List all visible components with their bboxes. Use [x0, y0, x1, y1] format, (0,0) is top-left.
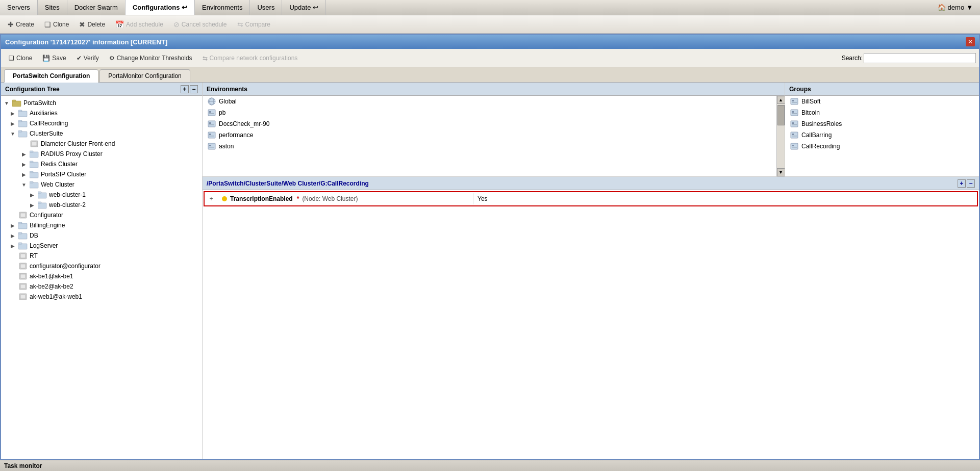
tree-node-ak-be2[interactable]: ▶ ak-be2@ak-be2 [9, 281, 202, 292]
env-item-global[interactable]: Global [203, 96, 776, 107]
group-billsoft-label: BillSoft [801, 98, 820, 105]
env-item-docscheck[interactable]: DocsCheck_mr-90 [203, 118, 776, 129]
groups-panel: Groups BillSoft Bitcoin Bu [785, 83, 979, 176]
svg-rect-60 [792, 113, 797, 114]
compare-button[interactable]: ⇆ Compare [233, 18, 275, 31]
svg-rect-29 [18, 243, 22, 244]
group-item-businessroles[interactable]: BusinessRoles [785, 118, 979, 129]
tree-node-logserver[interactable]: ▶ LogServer [9, 241, 202, 251]
env-item-pb[interactable]: pb [203, 107, 776, 118]
portaswitch-expand-icon[interactable]: ▼ [3, 100, 10, 106]
main-content-area: Configuration Tree + − ▼ PortaSwitch ▶ [1, 83, 979, 459]
ak-web1-icon [18, 293, 28, 301]
tree-node-conf-at-conf[interactable]: ▶ configurator@configurator [9, 261, 202, 271]
config-row-transcription: + TranscriptionEnabled * (Node: Web Clus… [204, 191, 978, 206]
nav-tab-docker[interactable]: Docker Swarm [67, 0, 125, 15]
tree-node-ak-web1[interactable]: ▶ ak-web1@ak-web1 [9, 292, 202, 302]
group-item-billsoft[interactable]: BillSoft [785, 96, 979, 107]
svg-rect-25 [18, 222, 22, 224]
config-tree-panel: Configuration Tree + − ▼ PortaSwitch ▶ [1, 83, 203, 459]
user-dropdown[interactable]: demo [948, 4, 965, 11]
win-save-button[interactable]: 💾 Save [38, 53, 70, 64]
tab-portaswitch-config[interactable]: PortaSwitch Configuration [4, 69, 98, 83]
group-item-callbarring[interactable]: CallBarring [785, 129, 979, 141]
nav-tab-sites[interactable]: Sites [38, 0, 67, 15]
web2-expand-icon[interactable]: ▶ [29, 202, 36, 208]
webcluster-label: Web Cluster [41, 181, 74, 188]
tree-node-portasip[interactable]: ▶ PortaSIP Cluster [17, 169, 202, 179]
logserver-expand-icon[interactable]: ▶ [9, 243, 16, 249]
tree-node-billingengine[interactable]: ▶ BillingEngine [9, 220, 202, 230]
tab-portamonitor-config[interactable]: PortaMonitor Configuration [99, 69, 190, 82]
nav-tab-servers[interactable]: Servers [0, 0, 38, 15]
cancel-schedule-button[interactable]: ⊘ Cancel schedule [169, 18, 232, 31]
env-scroll-thumb[interactable] [777, 105, 785, 125]
db-expand-icon[interactable]: ▶ [9, 233, 16, 239]
tree-node-configurator[interactable]: ▶ Configurator [9, 210, 202, 220]
billingengine-expand-icon[interactable]: ▶ [9, 223, 16, 228]
win-compare-network-button[interactable]: ⇆ Compare network configurations [198, 53, 303, 64]
path-expand-button[interactable]: + [958, 179, 966, 188]
clustersuite-expand-icon[interactable]: ▼ [9, 131, 16, 137]
webcluster-expand-icon[interactable]: ▼ [20, 182, 28, 188]
nav-tab-environments[interactable]: Environments [195, 0, 250, 15]
group-item-callrecording[interactable]: CallRecording [785, 141, 979, 152]
win-verify-button[interactable]: ✔ Verify [72, 53, 104, 64]
tree-node-rt[interactable]: ▶ RT [9, 251, 202, 261]
group-item-bitcoin[interactable]: Bitcoin [785, 107, 979, 118]
delete-button[interactable]: ✖ Delete [74, 18, 110, 31]
env-scroll-down-button[interactable]: ▼ [777, 168, 785, 176]
tree-node-auxiliaries[interactable]: ▶ Auxiliaries [9, 108, 202, 118]
create-button[interactable]: ✚ Create [3, 18, 39, 31]
web1-expand-icon[interactable]: ▶ [29, 192, 36, 198]
add-schedule-label: Add schedule [126, 21, 163, 28]
clone-button[interactable]: ❑ Clone [40, 18, 73, 31]
redis-expand-icon[interactable]: ▶ [20, 162, 28, 167]
win-verify-label: Verify [84, 55, 99, 62]
svg-rect-51 [209, 136, 214, 137]
tree-node-redis[interactable]: ▶ Redis Cluster [17, 159, 202, 169]
nav-tab-users[interactable]: Users [250, 0, 282, 15]
tree-node-portaswitch[interactable]: ▼ PortaSwitch [1, 98, 202, 108]
nav-tab-configurations[interactable]: Configurations ↩ [125, 0, 195, 15]
svg-rect-48 [209, 124, 214, 125]
user-menu[interactable]: 🏠 demo ▼ [931, 0, 980, 15]
callrecording-expand-icon[interactable]: ▶ [9, 121, 16, 126]
auxiliaries-expand-icon[interactable]: ▶ [9, 111, 16, 116]
search-input[interactable] [864, 53, 976, 63]
radius-expand-icon[interactable]: ▶ [20, 151, 28, 157]
path-collapse-button[interactable]: − [967, 179, 975, 188]
environments-title: Environments [207, 86, 247, 93]
tree-node-callrecording[interactable]: ▶ CallRecording [9, 118, 202, 128]
nav-tab-update[interactable]: Update ↩ [282, 0, 326, 15]
env-scroll-up-button[interactable]: ▲ [777, 96, 785, 104]
window-close-button[interactable]: ✕ [966, 37, 975, 46]
svg-rect-69 [792, 147, 797, 148]
portasip-expand-icon[interactable]: ▶ [20, 172, 28, 177]
win-clone-button[interactable]: ❑ Clone [4, 53, 37, 64]
svg-rect-27 [18, 232, 22, 234]
env-scrollbar[interactable]: ▲ ▼ [776, 96, 785, 176]
config-row-expand-button[interactable]: + [205, 193, 218, 204]
config-value-yes[interactable]: Yes [473, 193, 977, 204]
tree-expand-all-button[interactable]: + [181, 85, 189, 93]
tree-node-web1[interactable]: ▶ web-cluster-1 [26, 190, 202, 200]
svg-rect-14 [30, 172, 38, 178]
env-item-aston[interactable]: aston [203, 141, 776, 152]
tree-node-ak-be1[interactable]: ▶ ak-be1@ak-be1 [9, 271, 202, 281]
tree-node-web2[interactable]: ▶ web-cluster-2 [26, 200, 202, 210]
add-schedule-button[interactable]: 📅 Add schedule [111, 18, 168, 31]
win-change-monitor-button[interactable]: ⚙ Change Monitor Thresholds [105, 53, 197, 64]
env-item-performance[interactable]: performance [203, 129, 776, 141]
tree-node-webcluster[interactable]: ▼ Web Cluster [17, 179, 202, 190]
tree-node-radius[interactable]: ▶ RADIUS Proxy Cluster [17, 149, 202, 159]
group-businessroles-label: BusinessRoles [801, 120, 842, 127]
billingengine-folder-icon [18, 221, 28, 229]
tree-node-db[interactable]: ▶ DB [9, 230, 202, 241]
tree-node-diameter[interactable]: ▶ Diameter Cluster Front-end [17, 139, 202, 149]
config-key-name[interactable]: TranscriptionEnabled [230, 195, 293, 202]
redis-folder-icon [30, 160, 39, 168]
tree-node-clustersuite[interactable]: ▼ ClusterSuite [9, 128, 202, 139]
tree-collapse-all-button[interactable]: − [190, 85, 198, 93]
radius-label: RADIUS Proxy Cluster [41, 150, 103, 158]
